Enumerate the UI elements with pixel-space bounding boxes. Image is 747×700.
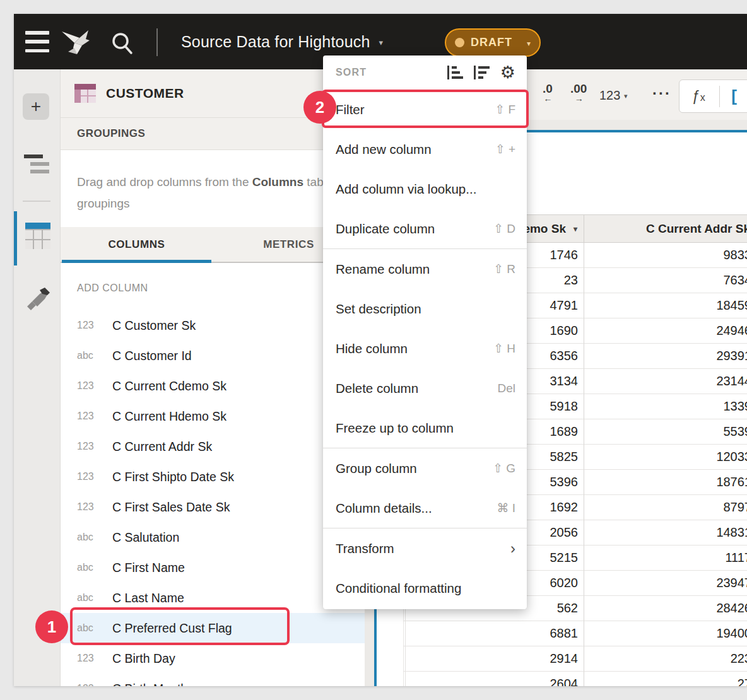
menu-shortcut: ⇧ G <box>493 461 515 475</box>
cell-addr-sk[interactable]: 23144 <box>584 369 747 394</box>
column-list-item[interactable]: 123 C Current Addr Sk <box>61 431 365 462</box>
more-options-icon[interactable]: ··· <box>652 85 671 102</box>
cell-addr-sk[interactable]: 8797 <box>584 495 747 520</box>
menu-item[interactable]: Conditional formatting <box>323 568 527 608</box>
cell-addr-sk[interactable]: 29391 <box>584 344 747 369</box>
menu-item[interactable]: Set description <box>323 289 527 329</box>
formula-bar: ƒx [ <box>679 79 747 113</box>
cell-hdemo-sk[interactable]: 2604 <box>403 672 584 686</box>
customer-table-icon <box>74 84 96 103</box>
menu-shortcut: Del <box>497 382 515 395</box>
panel-header: CUSTOMER <box>61 69 365 118</box>
add-element-button[interactable]: + <box>23 93 49 120</box>
cell-addr-sk[interactable]: 223 <box>584 646 747 672</box>
cell-addr-sk[interactable]: 9833 <box>584 243 747 268</box>
formula-fx-icon[interactable]: ƒx <box>692 88 705 105</box>
cell-addr-sk[interactable]: 27 <box>584 672 747 686</box>
cell-addr-sk[interactable]: 19400 <box>584 621 747 646</box>
menu-item[interactable]: Freeze up to column <box>323 408 527 448</box>
menu-item-label: Set description <box>336 301 421 317</box>
menu-item-label: Add column via lookup... <box>336 182 476 197</box>
column-context-menu: SORT ⚙ Filter ⇧ F Add new column ⇧ + Add… <box>323 55 527 609</box>
cell-addr-sk[interactable]: 1117 <box>584 545 747 571</box>
table-row: 2914 223 <box>403 646 747 672</box>
hamburger-menu-icon[interactable] <box>25 31 49 52</box>
sort-ascending-icon[interactable] <box>447 65 463 80</box>
add-column-label[interactable]: ADD COLUMN <box>77 279 148 297</box>
table-panel-icon[interactable] <box>25 223 50 249</box>
column-list-item[interactable]: 123 C Birth Month <box>61 674 365 686</box>
outline-panel-icon[interactable] <box>24 155 52 176</box>
menu-item-label: Rename column <box>336 262 430 277</box>
menu-item-label: Transform <box>336 541 394 556</box>
sort-settings-gear-icon[interactable]: ⚙ <box>500 65 515 80</box>
sigma-bird-logo-icon[interactable] <box>61 26 95 58</box>
cell-addr-sk[interactable]: 7634 <box>584 268 747 293</box>
active-tab-indicator <box>14 211 17 265</box>
cell-hdemo-sk[interactable]: 6881 <box>403 621 584 646</box>
plus-icon: + <box>31 96 41 117</box>
cell-addr-sk[interactable]: 14831 <box>584 520 747 545</box>
column-list-item[interactable]: abc C Last Name <box>61 583 365 613</box>
menu-item[interactable]: Hide column ⇧ H <box>323 329 527 368</box>
menu-item[interactable]: Group column ⇧ G <box>323 448 527 488</box>
menu-shortcut: ⇧ D <box>493 221 515 236</box>
search-icon[interactable] <box>110 32 136 57</box>
column-type-badge: 123 <box>77 653 106 664</box>
groupings-section[interactable]: GROUPINGS <box>61 118 365 150</box>
draft-status-badge[interactable]: DRAFT ▾ <box>445 28 541 57</box>
menu-shortcut: ⇧ F <box>495 102 515 117</box>
menu-item[interactable]: Duplicate column ⇧ D <box>323 209 527 248</box>
cell-addr-sk[interactable]: 24946 <box>584 318 747 344</box>
column-name: C Last Name <box>112 591 184 605</box>
menu-item[interactable]: Add column via lookup... <box>323 169 527 209</box>
decrease-decimal-icon[interactable]: .0 ← <box>543 83 553 102</box>
column-name: C Customer Id <box>112 349 192 363</box>
cell-addr-sk[interactable]: 18459 <box>584 293 747 318</box>
menu-item[interactable]: Column details... ⌘ I <box>323 488 527 528</box>
column-list-item[interactable]: 123 C First Sales Date Sk <box>61 492 365 522</box>
column-name: C Current Hdemo Sk <box>112 409 226 424</box>
column-type-badge: abc <box>77 562 106 573</box>
menu-item-label: Duplicate column <box>336 221 435 236</box>
column-list-item[interactable]: abc C Preferred Cust Flag <box>61 613 365 643</box>
column-list-item[interactable]: 123 C First Shipto Date Sk <box>61 462 365 492</box>
format-brush-icon[interactable] <box>23 283 52 312</box>
column-name: C First Shipto Date Sk <box>112 470 234 484</box>
cell-addr-sk[interactable]: 1339 <box>584 394 747 419</box>
column-list-item[interactable]: abc C Salutation <box>61 522 365 552</box>
menu-item-label: Group column <box>336 461 417 476</box>
menu-item[interactable]: Rename column ⇧ R <box>323 249 527 289</box>
panel-tabs: COLUMNS METRICS <box>61 227 365 263</box>
cell-addr-sk[interactable]: 23947 <box>584 571 747 596</box>
cell-hdemo-sk[interactable]: 2914 <box>403 646 584 672</box>
column-list-item[interactable]: abc C Customer Id <box>61 341 365 371</box>
number-format-dropdown[interactable]: 123 ▾ <box>599 88 627 103</box>
column-list-item[interactable]: 123 C Birth Day <box>61 643 365 674</box>
column-list-item[interactable]: abc C First Name <box>61 552 365 583</box>
column-list-item[interactable]: 123 C Current Hdemo Sk <box>61 401 365 431</box>
menu-item[interactable]: Transform › <box>323 528 527 568</box>
cell-addr-sk[interactable]: 12033 <box>584 445 747 470</box>
column-name: C Current Addr Sk <box>112 440 212 454</box>
menu-item[interactable]: Delete column Del <box>323 368 527 408</box>
tab-columns[interactable]: COLUMNS <box>61 227 213 262</box>
bracket-icon: [ <box>731 86 737 106</box>
sort-descending-icon[interactable] <box>474 65 490 80</box>
increase-decimal-icon[interactable]: .00 → <box>570 83 587 102</box>
menu-item[interactable]: Add new column ⇧ + <box>323 129 527 169</box>
cell-addr-sk[interactable]: 18761 <box>584 470 747 495</box>
cell-addr-sk[interactable]: 5539 <box>584 419 747 445</box>
column-list-item[interactable]: 123 C Current Cdemo Sk <box>61 371 365 401</box>
column-name: C Customer Sk <box>112 318 196 333</box>
column-type-badge: 123 <box>77 683 106 686</box>
column-header-addr-sk[interactable]: C Current Addr Sk <box>584 214 747 243</box>
table-row: 2604 27 <box>403 672 747 686</box>
groupings-label: GROUPINGS <box>77 127 145 140</box>
column-list-item[interactable]: 123 C Customer Sk <box>61 310 365 341</box>
menu-shortcut: ⇧ + <box>495 142 515 156</box>
cell-addr-sk[interactable]: 28426 <box>584 596 747 621</box>
menu-shortcut: ⇧ H <box>493 341 515 356</box>
menu-item[interactable]: Filter ⇧ F <box>323 90 527 129</box>
submenu-chevron-icon: › <box>510 540 515 557</box>
